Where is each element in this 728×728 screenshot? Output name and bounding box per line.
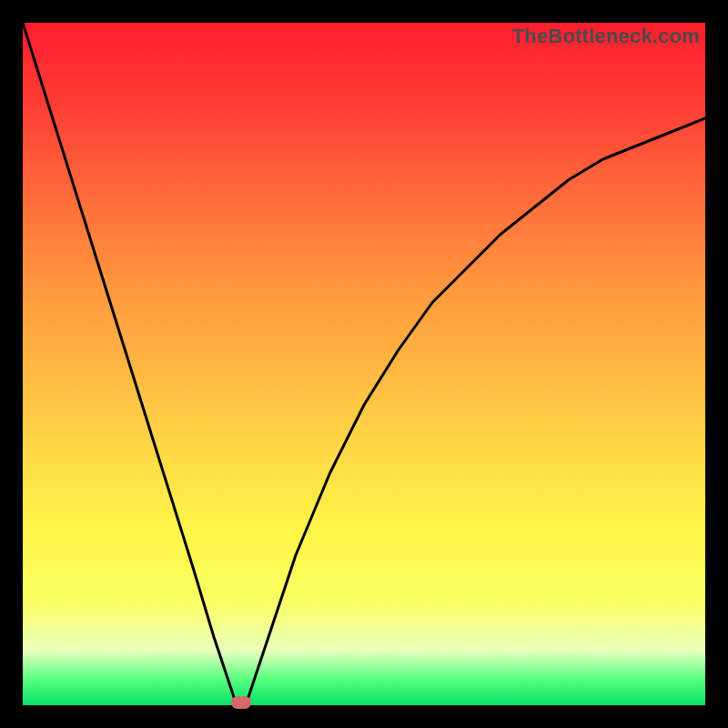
chart-frame: TheBottleneck.com xyxy=(0,0,728,728)
bottleneck-curve xyxy=(23,23,705,705)
plot-area: TheBottleneck.com xyxy=(23,23,705,705)
min-marker xyxy=(231,696,251,709)
